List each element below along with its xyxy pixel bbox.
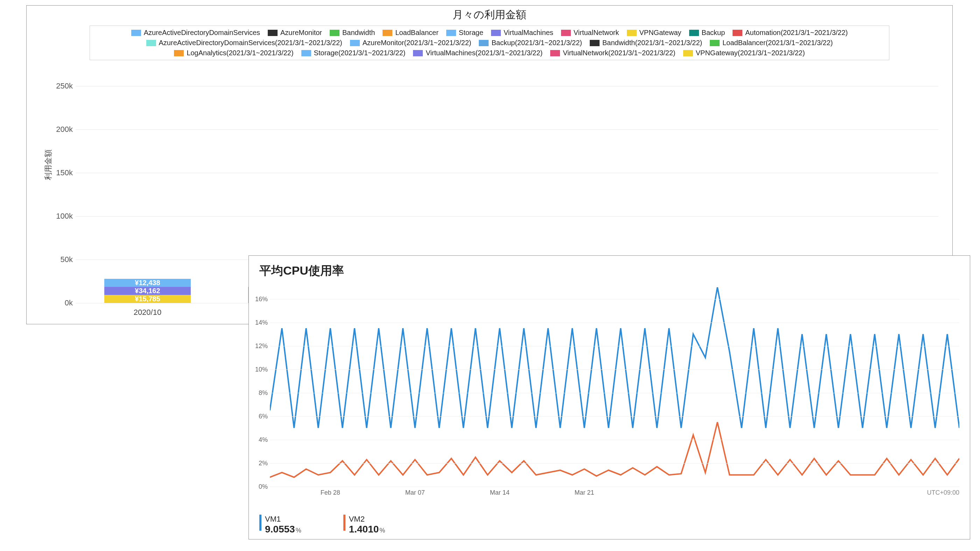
legend-item[interactable]: Automation(2021/3/1~2021/3/22) xyxy=(733,29,848,37)
y-tick: 4% xyxy=(259,436,270,443)
y-tick: 0% xyxy=(259,483,270,491)
metric-color-bar xyxy=(344,514,345,531)
legend-swatch xyxy=(627,30,636,36)
legend-swatch xyxy=(174,50,184,56)
line-chart-title: 平均CPU使用率 xyxy=(249,256,970,279)
legend-label: VirtualNetwork xyxy=(574,29,619,37)
legend-swatch xyxy=(301,50,311,56)
legend-swatch xyxy=(590,40,600,46)
legend-label: Storage xyxy=(459,29,484,37)
legend-label: VPNGateway(2021/3/1~2021/3/22) xyxy=(696,49,805,57)
legend-item[interactable]: AzureActiveDirectoryDomainServices xyxy=(131,29,260,37)
bar-chart-legend: AzureActiveDirectoryDomainServicesAzureM… xyxy=(90,25,889,60)
legend-item[interactable]: LoadBalancer xyxy=(383,29,438,37)
legend-label: AzureMonitor(2021/3/1~2021/3/22) xyxy=(363,39,471,47)
legend-label: Automation(2021/3/1~2021/3/22) xyxy=(745,29,848,37)
legend-swatch xyxy=(561,30,571,36)
metric-unit: % xyxy=(379,527,385,534)
line-metric: VM19.0553% xyxy=(259,514,301,535)
y-tick: 50k xyxy=(60,255,76,264)
legend-label: LoadBalancer(2021/3/1~2021/3/22) xyxy=(722,39,833,47)
legend-label: Backup xyxy=(702,29,725,37)
cpu-usage-panel: 平均CPU使用率 0%2%4%6%8%10%12%14%16%Feb 28Mar… xyxy=(248,256,970,540)
legend-label: Bandwidth(2021/3/1~2021/3/22) xyxy=(602,39,702,47)
legend-item[interactable]: Storage(2021/3/1~2021/3/22) xyxy=(301,49,406,57)
y-tick: 12% xyxy=(255,342,270,349)
bar-segment: ¥15,785 xyxy=(104,295,191,303)
legend-label: VPNGateway xyxy=(640,29,681,37)
legend-item[interactable]: VPNGateway xyxy=(627,29,681,37)
y-tick: 6% xyxy=(259,413,270,420)
legend-label: VirtualMachines(2021/3/1~2021/3/22) xyxy=(426,49,542,57)
legend-label: VirtualNetwork(2021/3/1~2021/3/22) xyxy=(563,49,676,57)
legend-swatch xyxy=(733,30,742,36)
legend-swatch xyxy=(683,50,693,56)
line-chart-plot: 0%2%4%6%8%10%12%14%16%Feb 28Mar 07Mar 14… xyxy=(270,287,959,487)
legend-item[interactable]: AzureActiveDirectoryDomainServices(2021/… xyxy=(146,39,342,47)
legend-swatch xyxy=(689,30,699,36)
metric-name: VM1 xyxy=(265,514,301,524)
x-tick: Mar 07 xyxy=(405,489,425,496)
legend-item[interactable]: AzureMonitor(2021/3/1~2021/3/22) xyxy=(350,39,471,47)
legend-swatch xyxy=(479,40,488,46)
y-tick: 10% xyxy=(255,365,270,373)
bar-segment: ¥12,438 xyxy=(104,279,191,287)
legend-item[interactable]: Backup(2021/3/1~2021/3/22) xyxy=(479,39,582,47)
y-tick: 8% xyxy=(259,389,270,396)
legend-item[interactable]: VirtualNetwork xyxy=(561,29,619,37)
legend-item[interactable]: VirtualMachines xyxy=(491,29,554,37)
line-metrics: VM19.0553%VM21.4010% xyxy=(259,514,385,535)
x-tick: Feb 28 xyxy=(321,489,340,496)
legend-swatch xyxy=(550,50,560,56)
legend-item[interactable]: Backup xyxy=(689,29,725,37)
y-tick: 150k xyxy=(56,168,76,177)
legend-item[interactable]: Storage xyxy=(446,29,484,37)
metric-unit: % xyxy=(295,527,301,534)
y-tick: 200k xyxy=(56,125,76,134)
legend-swatch xyxy=(413,50,423,56)
legend-label: LogAnalytics(2021/3/1~2021/3/22) xyxy=(186,49,293,57)
x-tick: Mar 21 xyxy=(575,489,594,496)
legend-label: AzureActiveDirectoryDomainServices xyxy=(144,29,260,37)
legend-swatch xyxy=(131,30,141,36)
line-metric: VM21.4010% xyxy=(344,514,385,535)
metric-value: 1.4010 xyxy=(349,524,379,535)
legend-label: Bandwidth xyxy=(342,29,375,37)
legend-swatch xyxy=(146,40,156,46)
legend-label: VirtualMachines xyxy=(504,29,554,37)
legend-swatch xyxy=(268,30,278,36)
legend-item[interactable]: Bandwidth(2021/3/1~2021/3/22) xyxy=(590,39,702,47)
y-tick: 14% xyxy=(255,319,270,326)
y-tick: 250k xyxy=(56,81,76,91)
metric-color-bar xyxy=(259,514,261,531)
metric-value: 9.0553 xyxy=(265,524,295,535)
legend-swatch xyxy=(710,40,720,46)
line-series[interactable] xyxy=(270,287,959,428)
legend-item[interactable]: VirtualNetwork(2021/3/1~2021/3/22) xyxy=(550,49,676,57)
y-tick: 100k xyxy=(56,212,76,221)
y-tick: 16% xyxy=(255,295,270,303)
legend-item[interactable]: AzureMonitor xyxy=(268,29,322,37)
legend-label: AzureMonitor xyxy=(280,29,322,37)
legend-swatch xyxy=(330,30,339,36)
legend-swatch xyxy=(446,30,456,36)
legend-item[interactable]: VPNGateway(2021/3/1~2021/3/22) xyxy=(683,49,805,57)
legend-item[interactable]: LoadBalancer(2021/3/1~2021/3/22) xyxy=(710,39,833,47)
bar-chart-title: 月々の利用金額 xyxy=(27,6,952,24)
legend-swatch xyxy=(350,40,360,46)
line-series[interactable] xyxy=(270,422,959,478)
bar-segment: ¥34,162 xyxy=(104,287,191,295)
metric-name: VM2 xyxy=(349,514,385,524)
legend-swatch xyxy=(383,30,392,36)
legend-label: Storage(2021/3/1~2021/3/22) xyxy=(314,49,406,57)
legend-item[interactable]: Bandwidth xyxy=(330,29,375,37)
bar-column[interactable]: ¥12,438¥34,162¥15,7852020/10 xyxy=(76,86,220,303)
timezone-label: UTC+09:00 xyxy=(927,489,959,496)
x-tick: 2020/10 xyxy=(76,308,220,317)
legend-swatch xyxy=(491,30,501,36)
legend-item[interactable]: VirtualMachines(2021/3/1~2021/3/22) xyxy=(413,49,542,57)
legend-label: Backup(2021/3/1~2021/3/22) xyxy=(492,39,582,47)
x-tick: Mar 14 xyxy=(490,489,510,496)
legend-label: AzureActiveDirectoryDomainServices(2021/… xyxy=(159,39,342,47)
legend-item[interactable]: LogAnalytics(2021/3/1~2021/3/22) xyxy=(174,49,293,57)
